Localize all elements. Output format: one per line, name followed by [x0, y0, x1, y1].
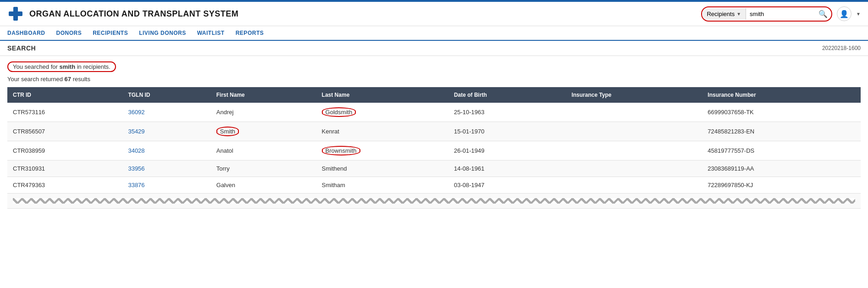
tgln-id-link[interactable]: 33956 — [128, 165, 144, 172]
header-right: Recipients ▼ 🔍 👤 ▼ — [701, 6, 861, 22]
table-scroll-indicator — [7, 194, 861, 209]
cell-dob: 14-08-1961 — [448, 161, 566, 177]
search-icon: 🔍 — [818, 10, 828, 18]
cell-insurance-type — [566, 141, 702, 161]
tgln-id-link[interactable]: 33876 — [128, 182, 144, 188]
col-header-last-name: Last Name — [316, 87, 448, 103]
chevron-down-icon: ▼ — [736, 11, 741, 17]
cell-tgln-id: 33876 — [122, 177, 210, 194]
cell-ctr-id: CTR479363 — [7, 177, 122, 194]
user-menu-button[interactable]: 👤 — [837, 6, 851, 21]
table-row: CTR47936333876GalvenSmitham03-08-1947722… — [7, 177, 861, 194]
cell-tgln-id: 35429 — [122, 122, 210, 141]
cell-ctr-id: CTR856507 — [7, 122, 122, 141]
highlighted-last-name: Goldsmith — [322, 107, 356, 117]
cell-first-name: Galven — [211, 177, 316, 194]
cell-first-name: Anatol — [211, 141, 316, 161]
cell-last-name: Smitham — [316, 177, 448, 194]
cell-dob: 15-01-1970 — [448, 122, 566, 141]
cell-ctr-id: CTR573116 — [7, 103, 122, 122]
table-row: CTR31093133956TorrySmithend14-08-1961230… — [7, 161, 861, 177]
results-count: Your search returned 67 results — [0, 74, 868, 87]
tgln-id-link[interactable]: 36092 — [128, 109, 144, 116]
cell-last-name: Kenrat — [316, 122, 448, 141]
col-header-ctr-id: CTR ID — [7, 87, 122, 103]
nav-recipients[interactable]: RECIPIENTS — [93, 26, 128, 40]
cell-dob: 03-08-1947 — [448, 177, 566, 194]
cell-insurance-number: 23083689119-AA — [702, 161, 861, 177]
search-query-bold: smith — [59, 63, 75, 70]
nav-dashboard[interactable]: DASHBOARD — [7, 26, 45, 40]
col-header-insurance-type: Insurance Type — [566, 87, 702, 103]
user-chevron-icon: ▼ — [856, 11, 861, 17]
table-header-row: CTR ID TGLN ID First Name Last Name Date… — [7, 87, 861, 103]
nav-reports[interactable]: REPORTS — [236, 26, 264, 40]
table-row: CTR85650735429SmithKenrat15-01-197072485… — [7, 122, 861, 141]
nav-waitlist[interactable]: WAITLIST — [197, 26, 225, 40]
cell-dob: 25-10-1963 — [448, 103, 566, 122]
search-bar: Recipients ▼ 🔍 — [701, 6, 832, 22]
cell-tgln-id: 33956 — [122, 161, 210, 177]
cell-dob: 26-01-1949 — [448, 141, 566, 161]
cell-ctr-id: CTR310931 — [7, 161, 122, 177]
col-header-insurance-number: Insurance Number — [702, 87, 861, 103]
cell-ctr-id: CTR038959 — [7, 141, 122, 161]
cell-tgln-id: 34028 — [122, 141, 210, 161]
table-row: CTR03895934028AnatolBrownsmith26-01-1949… — [7, 141, 861, 161]
search-category-button[interactable]: Recipients ▼ — [702, 8, 746, 20]
cell-last-name: Smithend — [316, 161, 448, 177]
cell-insurance-type — [566, 161, 702, 177]
search-category-label: Recipients — [707, 11, 735, 17]
highlighted-last-name: Brownsmith — [322, 146, 360, 155]
cell-last-name: Brownsmith — [316, 141, 448, 161]
col-header-tgln-id: TGLN ID — [122, 87, 210, 103]
col-header-dob: Date of Birth — [448, 87, 566, 103]
search-info-text: You searched for smith in recipients. — [7, 61, 116, 72]
nav-living-donors[interactable]: LIVING DONORS — [139, 26, 186, 40]
svg-rect-1 — [9, 11, 22, 16]
header-left: ORGAN ALLOCATION AND TRANSPLANT SYSTEM — [7, 6, 238, 22]
nav-donors[interactable]: DONORS — [56, 26, 82, 40]
cell-last-name: Goldsmith — [316, 103, 448, 122]
cell-first-name: Smith — [211, 122, 316, 141]
highlighted-first-name: Smith — [216, 127, 239, 136]
cell-insurance-number: 45819777557-DS — [702, 141, 861, 161]
cell-first-name: Andrej — [211, 103, 316, 122]
table-row: CTR57311636092AndrejGoldsmith25-10-19636… — [7, 103, 861, 122]
page-header: SEARCH 20220218-1600 — [0, 41, 868, 56]
col-header-first-name: First Name — [211, 87, 316, 103]
header: ORGAN ALLOCATION AND TRANSPLANT SYSTEM R… — [0, 2, 868, 26]
tgln-id-link[interactable]: 34028 — [128, 147, 144, 154]
cell-insurance-number: 72485821283-EN — [702, 122, 861, 141]
cell-insurance-number: 66999037658-TK — [702, 103, 861, 122]
results-count-value: 67 — [65, 76, 71, 83]
results-table-wrapper: CTR ID TGLN ID First Name Last Name Date… — [0, 87, 868, 216]
cell-insurance-type — [566, 122, 702, 141]
search-button[interactable]: 🔍 — [815, 7, 831, 21]
user-icon: 👤 — [840, 10, 849, 18]
cell-first-name: Torry — [211, 161, 316, 177]
navigation: DASHBOARD DONORS RECIPIENTS LIVING DONOR… — [0, 26, 868, 41]
search-info: You searched for smith in recipients. — [0, 56, 868, 74]
cell-tgln-id: 36092 — [122, 103, 210, 122]
logo-icon — [7, 6, 24, 22]
page-title: SEARCH — [7, 44, 36, 52]
search-input[interactable] — [746, 8, 815, 20]
results-table: CTR ID TGLN ID First Name Last Name Date… — [7, 87, 861, 209]
cell-insurance-type — [566, 103, 702, 122]
app-title: ORGAN ALLOCATION AND TRANSPLANT SYSTEM — [29, 9, 238, 19]
cell-insurance-number: 72289697850-KJ — [702, 177, 861, 194]
page-timestamp: 20220218-1600 — [822, 45, 861, 51]
cell-insurance-type — [566, 177, 702, 194]
tgln-id-link[interactable]: 35429 — [128, 128, 144, 135]
